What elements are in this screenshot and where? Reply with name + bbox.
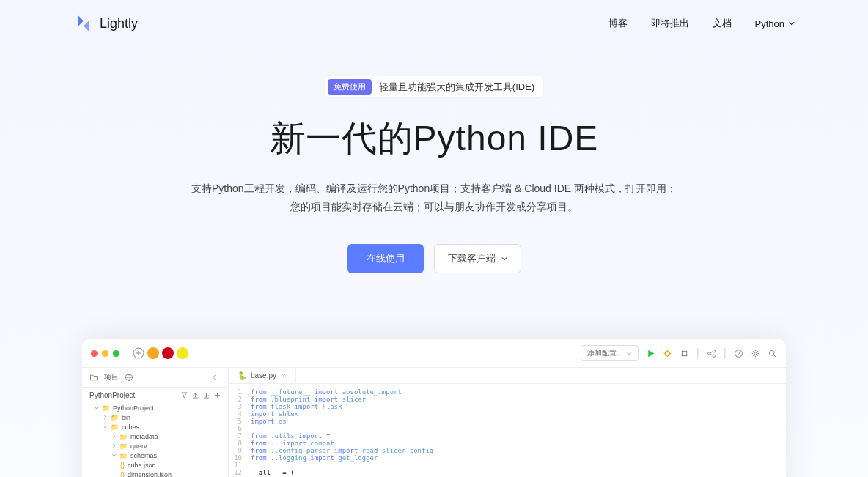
tree-folder[interactable]: 📁cubes — [87, 422, 224, 432]
share-icon[interactable] — [707, 349, 716, 358]
editor-tab[interactable]: 🐍 base.py — [229, 368, 296, 383]
chevron-down-icon — [94, 405, 99, 410]
play-icon[interactable] — [646, 349, 655, 358]
run-config-select[interactable]: 添加配置... — [581, 345, 638, 361]
python-icon: 🐍 — [238, 371, 246, 380]
filter-icon[interactable] — [181, 392, 188, 399]
code-line: 12__all__ = ( — [229, 469, 786, 476]
tree-folder[interactable]: 📁metadata — [87, 432, 224, 441]
code-line: 6 — [229, 425, 786, 432]
add-user-icon[interactable] — [133, 347, 144, 359]
code-line: 5import os — [229, 418, 786, 425]
svg-point-5 — [713, 355, 715, 357]
logo-icon — [73, 13, 94, 34]
hero-section: 免费使用 轻量且功能强大的集成开发工具(IDE) 新一代的Python IDE … — [0, 47, 868, 295]
sidebar-header: 项目 — [82, 368, 228, 388]
svg-text:?: ? — [738, 351, 740, 356]
ide-preview: 添加配置... | | ? 项目 PythonProject — [82, 339, 786, 477]
project-root[interactable]: PythonProject — [82, 388, 228, 403]
help-icon[interactable]: ? — [734, 349, 743, 358]
search-icon[interactable] — [768, 349, 777, 358]
tree-file[interactable]: {}dimension.json — [87, 470, 224, 477]
chevron-down-icon — [626, 350, 632, 356]
ide-body: 项目 PythonProject 📁PythonProject 📁bin 📁cu… — [82, 368, 786, 477]
code-editor[interactable]: 1from __future__ import absolute_import2… — [229, 384, 786, 477]
svg-point-9 — [769, 350, 774, 355]
avatar[interactable] — [147, 347, 159, 359]
logo[interactable]: Lightly — [73, 13, 138, 34]
hero-description-2: 您的项目能实时存储在云端；可以与朋友协作开发或分享项目。 — [0, 198, 868, 216]
chevron-down-icon — [111, 453, 117, 458]
debug-icon[interactable] — [663, 349, 672, 358]
sidebar: 项目 PythonProject 📁PythonProject 📁bin 📁cu… — [82, 368, 229, 477]
stop-icon[interactable] — [680, 349, 689, 358]
tree-folder[interactable]: 📁querv — [87, 441, 224, 451]
hero-title: 新一代的Python IDE — [0, 115, 868, 162]
code-line: 4import shlex — [229, 410, 786, 418]
sidebar-title: 项目 — [104, 372, 119, 382]
download-button[interactable]: 下载客户端 — [434, 244, 521, 273]
window-controls — [91, 347, 188, 359]
header: Lightly 博客 即将推出 文档 Python — [0, 0, 868, 47]
tab-filename: base.py — [251, 371, 276, 380]
tree-folder[interactable]: 📁PythonProject — [87, 403, 224, 413]
download-label: 下载客户端 — [448, 252, 496, 265]
toolbar-right: 添加配置... | | ? — [581, 345, 777, 361]
nav: 博客 即将推出 文档 Python — [608, 17, 795, 30]
badge-row: 免费使用 轻量且功能强大的集成开发工具(IDE) — [325, 76, 543, 97]
config-label: 添加配置... — [587, 348, 622, 358]
chevron-down-icon — [501, 256, 507, 262]
plus-icon[interactable] — [214, 392, 221, 399]
svg-point-8 — [754, 352, 757, 355]
chevron-right-icon — [111, 443, 117, 448]
file-tree: 📁PythonProject 📁bin 📁cubes 📁metadata 📁qu… — [82, 403, 228, 477]
download-icon[interactable] — [203, 392, 210, 399]
nav-docs[interactable]: 文档 — [713, 17, 732, 30]
hero-description-1: 支持Python工程开发，编码、编译及运行您的Python项目；支持客户端 & … — [0, 180, 868, 198]
project-actions — [181, 392, 221, 399]
nav-language-label: Python — [755, 18, 784, 29]
editor: 🐍 base.py 1from __future__ import absolu… — [229, 368, 786, 477]
svg-point-4 — [713, 350, 715, 352]
tree-folder[interactable]: 📁bin — [87, 413, 224, 422]
svg-point-1 — [665, 351, 670, 356]
nav-language-dropdown[interactable]: Python — [755, 18, 795, 29]
chevron-right-icon — [111, 434, 117, 439]
window-close-icon[interactable] — [91, 350, 98, 357]
svg-point-3 — [707, 352, 710, 355]
window-minimize-icon[interactable] — [102, 350, 108, 357]
code-line: 1from __future__ import absolute_import — [229, 388, 786, 396]
folder-icon — [89, 373, 98, 382]
gear-icon[interactable] — [751, 349, 760, 358]
logo-text: Lightly — [100, 16, 138, 32]
svg-rect-2 — [682, 351, 687, 356]
chevron-down-icon — [789, 21, 795, 26]
collapse-icon[interactable] — [210, 374, 218, 381]
globe-icon[interactable] — [125, 373, 133, 382]
window-maximize-icon[interactable] — [113, 350, 119, 357]
tree-folder[interactable]: 📁schemas — [87, 451, 224, 460]
code-line: 8from .. import compat — [229, 440, 786, 447]
badge-subtitle: 轻量且功能强大的集成开发工具(IDE) — [379, 81, 534, 94]
upload-icon[interactable] — [192, 392, 199, 399]
collaborator-avatars — [133, 347, 188, 359]
code-line: 2from .blueprint import slicer — [229, 396, 786, 403]
avatar[interactable] — [162, 347, 174, 359]
tab-bar: 🐍 base.py — [229, 368, 786, 384]
code-line: 7from .utils import * — [229, 432, 786, 440]
online-use-button[interactable]: 在线使用 — [347, 244, 424, 273]
free-badge: 免费使用 — [328, 79, 372, 95]
nav-blog[interactable]: 博客 — [608, 17, 628, 30]
tree-file[interactable]: {}cube.json — [87, 460, 224, 470]
code-line: 3from flask import Flask — [229, 403, 786, 410]
chevron-right-icon — [103, 415, 108, 420]
code-line: 11 — [229, 462, 786, 469]
cta-row: 在线使用 下载客户端 — [0, 244, 868, 273]
project-name: PythonProject — [89, 391, 135, 399]
chevron-down-icon — [103, 424, 108, 429]
code-line: 10from ..logging import get_logger — [229, 454, 786, 462]
ide-topbar: 添加配置... | | ? — [82, 339, 786, 368]
avatar[interactable] — [177, 347, 188, 359]
close-icon[interactable] — [281, 373, 287, 379]
nav-coming-soon[interactable]: 即将推出 — [651, 17, 689, 30]
